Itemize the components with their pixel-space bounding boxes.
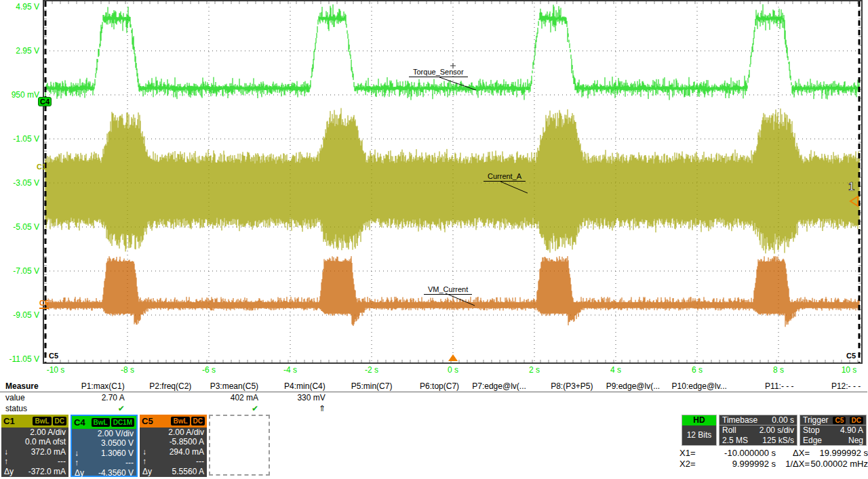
measure-header-p9[interactable]: P9:edge@lv(... [600, 381, 667, 392]
measure-status-p3: ✔ [198, 403, 265, 414]
channel-box-c1[interactable]: C1BwLDC2.00 A/div0.0 mA ofst↓372.0 mA↑--… [1, 415, 68, 477]
measure-value-p6 [399, 392, 466, 403]
dx-value: 19.999992 s [810, 448, 868, 459]
channel-badge-dc: DC [191, 417, 205, 425]
trigger-level: 4.90 A [840, 425, 863, 436]
measure-status-p9 [600, 403, 667, 414]
channel-setting-value: 2.00 V/div [88, 429, 134, 438]
measure-status-p1: ✔ [64, 403, 132, 414]
measure-header-p7[interactable]: P7:edge@lv(... [466, 381, 533, 392]
measure-header-p11[interactable]: P11:- - - [734, 381, 801, 392]
cursor-readouts: X1= -10.000000 s ΔX= 19.999992 s X2= 9.9… [679, 448, 868, 470]
y-axis-tick-label: 4.95 V [0, 2, 39, 12]
x-axis-tick-label: 10 s [834, 365, 864, 375]
measure-value-p5 [332, 392, 399, 403]
channel-cursor-glyph: ↑ [4, 457, 18, 466]
channel-setting-value: 294.0 mA [156, 447, 204, 457]
x-axis-tick-label: 8 s [764, 365, 793, 375]
trigger-slope: Neg [848, 436, 863, 446]
channel-line-spacer [142, 437, 156, 446]
x2-value: 9.999992 s [704, 459, 776, 470]
trace-torque-sensor[interactable] [45, 4, 859, 100]
measure-header-p5[interactable]: P5:min(C7) [332, 381, 399, 392]
x-axis-tick-label: 4 s [601, 365, 631, 375]
channel-setting-value: 372.0 mA [18, 447, 66, 457]
y-axis-tick-label: -9.05 V [0, 310, 39, 320]
channel-setting-value: --- [88, 458, 134, 467]
channel-line-spacer [4, 437, 18, 446]
measure-status-p11 [734, 403, 801, 414]
channel-marker-c1[interactable]: C1 [37, 163, 46, 171]
hd-label: HD [682, 415, 716, 425]
channel-badge-bwl: BwL [33, 417, 51, 425]
x-axis-tick-label: -6 s [194, 365, 224, 375]
measure-value-p1: 2.70 A [64, 392, 132, 403]
measure-value-p12 [801, 392, 868, 403]
measure-value-p2 [132, 392, 199, 403]
channel-id-label: C5 [142, 416, 170, 426]
y-axis-tick-label: -3.05 V [0, 178, 39, 188]
measure-header-p10[interactable]: P10:edge@lv... [667, 381, 734, 392]
channel-marker-c5[interactable]: C5 [39, 299, 49, 309]
waveform-plot[interactable]: 1 Torque_Sensor Current_A VM_Current C5 … [43, 0, 863, 364]
channel-cursor-glyph: ↑ [142, 457, 156, 466]
x1-value: -10.000000 s [704, 448, 776, 459]
x-axis-tick-label: -10 s [41, 365, 71, 375]
channel-badge-bwl: BwL [171, 417, 189, 425]
trigger-box[interactable]: Trigger C5 DC Stop 4.90 A Edge Neg [800, 415, 867, 446]
channel-box-c4[interactable]: C4BwLDC1M2.00 V/div3.0500 V↓1.3060 V↑---… [71, 415, 138, 477]
trigger-title: Trigger [803, 415, 829, 425]
oscilloscope-screen: 4.95 V2.95 V950 mV-1.05 V-3.05 V-5.05 V-… [0, 0, 868, 479]
measure-value-p7 [466, 392, 533, 403]
measure-header-p3[interactable]: P3:mean(C5) [198, 381, 265, 392]
y-axis-tick-label: 2.95 V [0, 46, 39, 56]
timebase-box[interactable]: Timebase 0.00 s Roll 2.00 s/div 2.5 MS 1… [719, 415, 797, 446]
measure-header-p6[interactable]: P6:top(C7) [399, 381, 466, 392]
empty-descriptor-slot[interactable] [209, 415, 270, 476]
invdx-value: 50.00002 mHz [810, 459, 868, 470]
trace-label-vm-current[interactable]: VM_Current [424, 285, 472, 295]
x-axis-tick-label: -2 s [357, 365, 387, 375]
channel-id-label: C1 [3, 416, 31, 426]
channel-cursor-glyph: ↓ [4, 447, 18, 457]
timebase-title: Timebase [722, 415, 757, 425]
measure-status-p7 [466, 403, 533, 414]
channel-marker-c4[interactable]: C4 [38, 97, 52, 106]
x-axis-tick-label: 6 s [682, 365, 712, 375]
channel-badge-dc: DC [53, 417, 66, 425]
timebase-rate: 125 kS/s [762, 436, 794, 446]
x-axis-tick-label: 0 s [438, 365, 468, 375]
trace-label-torque-sensor[interactable]: Torque_Sensor [409, 68, 468, 77]
channel-line-spacer [75, 438, 88, 448]
waveform-svg: 1 [44, 1, 861, 362]
measure-header-p1[interactable]: P1:max(C1) [64, 381, 132, 392]
channel-cursor-glyph: Δy [75, 468, 88, 478]
hd-resolution-box[interactable]: HD 12 Bits [682, 415, 717, 446]
corner-channel-label-right: C5 [846, 352, 856, 360]
measure-header-p8[interactable]: P8:(P3+P5) [533, 381, 600, 392]
x2-label: X2= [679, 459, 704, 470]
channel-setting-value: -5.8500 A [156, 437, 204, 446]
measure-status-p5 [332, 403, 399, 414]
trace-current-a[interactable] [45, 108, 859, 254]
channel-cursor-glyph: ↓ [75, 449, 88, 458]
measure-value-p9 [600, 392, 667, 403]
measure-status-p2 [132, 403, 199, 414]
channel-box-c5[interactable]: C5BwLDC2.00 A/div-5.8500 A↓294.0 mA↑---Δ… [140, 415, 207, 477]
measure-header-p12[interactable]: P12:- - - [801, 381, 868, 392]
channel-id-label: C4 [74, 417, 90, 428]
measure-value-p4: 330 mV [265, 392, 332, 403]
measure-value-p8 [533, 392, 600, 403]
channel-setting-value: 5.5560 A [156, 467, 204, 476]
trigger-source-badge: C5 [833, 417, 846, 424]
measure-header-p2[interactable]: P2:freq(C2) [132, 381, 199, 392]
measure-status-p4: ⇑ [265, 403, 332, 414]
timebase-mode: Roll [722, 425, 736, 436]
measure-header-p4[interactable]: P4:min(C4) [265, 381, 332, 392]
measure-table: MeasureP1:max(C1)P2:freq(C2)P3:mean(C5)P… [0, 381, 868, 414]
measure-row-label: status [0, 403, 64, 414]
trace-label-current-a[interactable]: Current_A [484, 172, 526, 182]
channel-cursor-glyph: ↑ [75, 458, 88, 467]
channel-cursor-glyph: Δy [142, 467, 156, 476]
trigger-time-marker[interactable] [448, 354, 458, 361]
